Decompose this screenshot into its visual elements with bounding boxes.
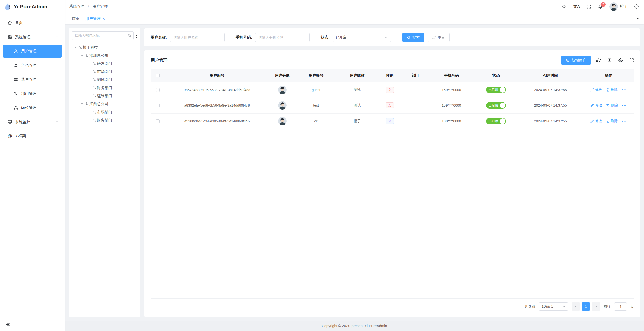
sidebar-footer [0,318,65,331]
user-avatar [278,101,287,110]
logo[interactable]: Yi-PureAdmin [0,0,65,13]
total-count: 共 3 条 [524,304,535,309]
more-actions-icon[interactable] [622,105,626,106]
chevron-right-icon [595,305,598,308]
status-toggle[interactable]: 已启用 [486,102,506,109]
tree-node[interactable]: 财务部门 [72,84,137,92]
cell-nickname: 橙子 [337,113,378,129]
next-page-button[interactable] [592,302,600,311]
breadcrumb-item: 用户管理 [93,4,108,8]
tree-node[interactable]: 研发部门 [72,60,137,68]
status-select[interactable]: 已开启 [333,33,391,42]
prev-page-button[interactable] [572,302,580,311]
close-tab-icon[interactable]: ✕ [102,17,105,21]
edit-label: 修改 [595,88,602,92]
dept-tree-icon [93,70,96,73]
username-filter-input[interactable] [170,33,225,42]
delete-button[interactable]: 删除 [606,103,618,108]
search-button-label: 搜索 [412,35,420,40]
filter-bar: 用户名称: 手机号码: 状态: 已开启 [144,28,640,46]
search-icon[interactable] [562,4,566,9]
gear-icon [8,35,12,39]
breadcrumb-item[interactable]: 系统管理 [69,4,84,8]
status-toggle[interactable]: 已启用 [486,118,506,124]
column-settings-gear-icon[interactable] [618,58,623,62]
add-user-button[interactable]: 新增用户 [561,56,591,65]
table-fullscreen-icon[interactable] [630,58,634,62]
plus-circle-icon [566,58,570,62]
tab-home[interactable]: 首页 [69,13,82,24]
more-actions-icon[interactable] [622,89,626,90]
dept-tree-icon [93,62,96,65]
row-checkbox[interactable] [156,88,160,92]
dept-tree-icon [14,91,18,96]
status-toggle-label: 已启用 [488,119,498,123]
sidebar-item-framework[interactable]: @ Yi框架 [3,130,62,142]
notifications-bell-icon[interactable]: 7 [598,4,603,9]
current-page-button[interactable]: 1 [582,302,590,311]
cell-phone: 159****0000 [429,98,475,113]
column-header-created: 创建时间 [518,69,583,82]
search-button[interactable]: 搜索 [402,33,424,42]
chevron-up-icon [55,35,59,39]
caret-down-icon[interactable] [81,55,83,56]
delete-button[interactable]: 删除 [606,119,618,123]
page-size-select[interactable]: 10条/页 [539,302,568,311]
user-menu[interactable]: 橙子 [609,2,628,11]
department-search-input[interactable] [72,31,134,40]
tree-node[interactable]: 财务部门 [72,116,137,124]
translate-icon[interactable]: 文A [573,4,580,9]
cell-created: 2024-09-07 14:37:55 [518,82,583,98]
more-actions-icon[interactable] [622,121,626,122]
edit-button[interactable]: 修改 [590,88,602,92]
sidebar-item-system[interactable]: 系统管理 [3,31,62,43]
content-area: 橙子科技 深圳总公司 研发部门 市场部门 测试部门 财务部门 运维部门 江西总公… [65,24,644,321]
tab-options-chevron-icon[interactable] [632,13,644,24]
goto-page-input[interactable] [614,302,627,311]
dept-tree-icon [85,54,89,57]
status-toggle[interactable]: 已启用 [486,87,506,93]
more-options-icon[interactable] [136,33,138,38]
select-all-checkbox[interactable] [156,74,160,77]
footer: Copyright © 2020-present Yi-PureAdmin [65,321,644,331]
sidebar-item-home[interactable]: 首页 [3,17,62,29]
sidebar-item-posts[interactable]: 岗位管理 [3,101,62,114]
sidebar-item-users[interactable]: 用户管理 [3,45,62,58]
tree-node[interactable]: 深圳总公司 [72,51,137,60]
cell-created: 2024-09-07 14:37:55 [518,98,583,113]
toggle-knob [500,103,505,108]
trash-icon [606,104,610,107]
username: 橙子 [620,4,628,9]
sidebar-item-roles[interactable]: 角色管理 [3,59,62,72]
sidebar-item-label: 岗位管理 [21,105,36,110]
caret-down-icon[interactable] [81,103,83,105]
tree-node[interactable]: 测试部门 [72,76,137,84]
reset-button[interactable]: 重置 [428,33,450,42]
row-checkbox[interactable] [156,119,160,123]
main-area: 系统管理 / 用户管理 文A 7 橙子 首页 [65,0,644,331]
delete-button[interactable]: 删除 [606,88,618,92]
row-density-icon[interactable] [607,58,612,62]
tab-user-management[interactable]: 用户管理 ✕ [82,13,108,24]
sidebar-item-departments[interactable]: 部门管理 [3,87,62,100]
settings-gear-icon[interactable] [634,4,639,9]
tree-node[interactable]: 橙子科技 [72,43,137,51]
trash-icon [606,119,610,123]
collapse-sidebar-icon[interactable] [6,322,10,327]
tree-node[interactable]: 江西总公司 [72,100,137,108]
gender-tag: 女 [386,87,394,93]
caret-down-icon[interactable] [74,47,77,48]
phone-filter-input[interactable] [255,33,310,42]
row-checkbox[interactable] [156,104,160,107]
edit-button[interactable]: 修改 [590,103,602,108]
tree-node[interactable]: 运维部门 [72,92,137,100]
sidebar-item-menus[interactable]: 菜单管理 [3,73,62,86]
tab-label: 首页 [72,16,79,21]
edit-button[interactable]: 修改 [590,119,602,123]
tree-node[interactable]: 市场部门 [72,68,137,76]
refresh-table-icon[interactable] [596,58,601,62]
sidebar-item-monitor[interactable]: 系统监控 [3,116,62,128]
tree-node[interactable]: 市场部门 [72,108,137,116]
fullscreen-icon[interactable] [587,4,591,9]
menu-grid-icon [14,77,18,82]
